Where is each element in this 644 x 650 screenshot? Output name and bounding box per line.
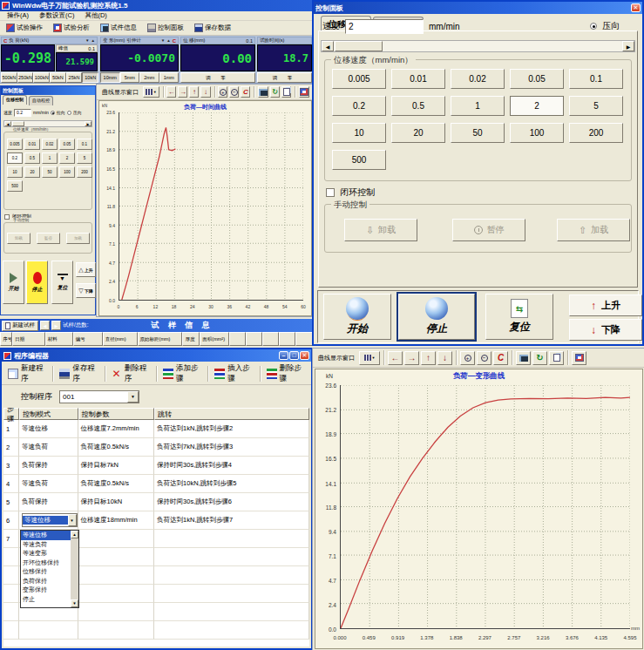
tension-radio[interactable]	[51, 111, 55, 115]
speed-button-50[interactable]: 50	[451, 123, 505, 143]
start-button[interactable]: 开始	[3, 261, 24, 304]
speed-button-2[interactable]: 2	[59, 152, 75, 164]
dropdown-item[interactable]: 等速变形	[21, 549, 71, 559]
speed-button-20[interactable]: 20	[391, 123, 445, 143]
stop-button[interactable]: 停止	[398, 294, 475, 340]
zoom-in-button[interactable]: +	[460, 351, 475, 365]
range-button-1mm[interactable]: 1mm	[159, 72, 180, 83]
up-button[interactable]: △ 上升	[76, 262, 96, 277]
prev-sample-button[interactable]: ◀	[40, 321, 50, 330]
report-button[interactable]	[572, 351, 586, 365]
table-row[interactable]: 6等速位移▼位移速度18mm/min负荷达到1kN,跳转到步骤7	[3, 511, 309, 530]
closed-loop-checkbox[interactable]	[326, 188, 335, 197]
pan-down-button[interactable]: ↓	[200, 86, 210, 98]
scroll-right-icon[interactable]: ▶	[85, 121, 92, 126]
compression-radio[interactable]	[67, 111, 71, 115]
pan-left-button[interactable]: ←	[388, 351, 403, 365]
refresh-button[interactable]: C	[241, 86, 250, 98]
table-row[interactable]	[3, 621, 309, 640]
close-icon[interactable]: ✕	[631, 3, 641, 12]
zoom-out-button[interactable]: −	[229, 86, 239, 98]
displacement-zero-button[interactable]: 调 零	[180, 72, 255, 83]
next-sample-button[interactable]: ▶	[51, 321, 61, 330]
pan-down-button[interactable]: ↓	[437, 351, 452, 365]
editor-toolbar-button-4[interactable]: 插入步骤	[211, 364, 256, 383]
monitor-button[interactable]	[258, 86, 268, 98]
toolbar-button-3[interactable]: 控制面板	[143, 22, 188, 34]
minimize-icon[interactable]: –	[279, 351, 288, 360]
range-button-2mm[interactable]: 2mm	[139, 72, 159, 83]
speed-button-0.01[interactable]: 0.01	[391, 69, 445, 89]
reset-button[interactable]: ▼ 复位	[51, 261, 73, 304]
chevron-up-icon[interactable]: ▲	[166, 38, 170, 43]
speed-button-1[interactable]: 1	[451, 96, 505, 116]
speed-button-10[interactable]: 10	[332, 123, 386, 143]
speed-button-100[interactable]: 100	[510, 123, 564, 143]
close-icon[interactable]: ✕	[300, 351, 309, 360]
maximize-icon[interactable]: □	[289, 351, 299, 360]
unload-button[interactable]: ⇩ 卸载	[344, 219, 417, 241]
scroll-up-icon[interactable]: ▲	[71, 531, 78, 538]
chevron-down-icon[interactable]: ▼	[161, 38, 165, 43]
dropdown-item[interactable]: 等速负荷	[21, 540, 71, 550]
scroll-left-icon[interactable]: ◀	[322, 41, 334, 51]
speed-button-20[interactable]: 20	[24, 166, 40, 178]
scroll-left-icon[interactable]: ◀	[4, 121, 11, 126]
speed-button-5[interactable]: 5	[77, 152, 92, 164]
dropdown-scrollbar[interactable]: ▲▼	[71, 531, 78, 607]
load-button[interactable]: ⇧ 加载	[557, 219, 630, 241]
speed-button-0.2[interactable]: 0.2	[332, 96, 386, 116]
editor-toolbar-button-2[interactable]: ✕删除程序	[108, 364, 153, 383]
range-button-25kN[interactable]: 25kN	[66, 72, 83, 83]
speed-button-0.2[interactable]: 0.2	[7, 152, 23, 164]
copy-button[interactable]	[549, 351, 564, 365]
table-row[interactable]: 1等速位移位移速度7.2mm/min负荷达到1kN,跳转到步骤2	[3, 420, 309, 438]
pan-right-button[interactable]: →	[178, 86, 187, 98]
speed-button-0.05[interactable]: 0.05	[59, 139, 75, 150]
mini-speed-scrollbar[interactable]: ◀ ▶	[3, 120, 92, 127]
redraw-button[interactable]: ↻	[532, 351, 547, 365]
table-row[interactable]: 5负荷保持保持目标10kN保持时间30s,跳转到步骤6	[3, 493, 309, 511]
speed-button-0.05[interactable]: 0.05	[510, 69, 564, 89]
speed-input[interactable]: 2	[345, 19, 424, 34]
dropdown-item[interactable]: 负荷保持	[21, 577, 71, 586]
editor-toolbar-button-1[interactable]: 保存程序	[56, 364, 101, 383]
dropdown-item[interactable]: 等速位移	[21, 531, 71, 540]
editor-toolbar-button-3[interactable]: 添加步骤	[159, 364, 205, 383]
range-button-10mm[interactable]: 10mm	[100, 72, 120, 83]
chevron-up-icon[interactable]: ▲	[92, 38, 95, 43]
speed-button-0.02[interactable]: 0.02	[451, 69, 505, 89]
range-button-500kN[interactable]: 500kN	[1, 72, 17, 83]
toolbar-button-4[interactable]: 保存数据	[190, 22, 235, 34]
speed-button-10[interactable]: 10	[7, 166, 23, 178]
up-button[interactable]: ↑ 上升	[569, 295, 642, 316]
pan-up-button[interactable]: ↑	[189, 86, 199, 98]
speed-button-0.005[interactable]: 0.005	[332, 69, 386, 89]
scroll-right-icon[interactable]: ▶	[622, 41, 634, 51]
program-select[interactable]: 001 ▼	[59, 390, 139, 403]
scroll-thumb[interactable]	[12, 121, 24, 126]
dropdown-item[interactable]: 开环位移保持	[21, 559, 71, 568]
mode-combobox[interactable]: 等速位移▼	[22, 513, 78, 527]
chevron-down-icon[interactable]: ▼	[68, 514, 77, 526]
range-button-10kN[interactable]: 10kN	[82, 72, 98, 83]
load-clear-icon[interactable]: C	[3, 38, 7, 44]
speed-button-0.1[interactable]: 0.1	[77, 139, 92, 150]
chevron-down-icon[interactable]: ▼	[127, 391, 139, 403]
menu-item-1[interactable]: 参数设置(C)	[35, 11, 78, 20]
report-button[interactable]	[299, 86, 309, 98]
tab-1[interactable]: 自动程控	[29, 96, 53, 105]
editor-toolbar-button-5[interactable]: 删除步骤	[263, 364, 308, 383]
layout-dropdown-button[interactable]: ▼	[359, 351, 380, 365]
monitor-button[interactable]	[516, 351, 531, 365]
speed-button-5[interactable]: 5	[569, 96, 623, 116]
tab-0[interactable]: 位移控制	[3, 95, 27, 105]
load-button[interactable]: 加载	[66, 233, 90, 244]
time-zero-button[interactable]: 调 零	[257, 72, 312, 83]
speed-button-2[interactable]: 2	[510, 96, 564, 116]
toolbar-button-1[interactable]: 试验分析	[49, 22, 94, 34]
pan-right-button[interactable]: →	[404, 351, 419, 365]
speed-input[interactable]: 0.2	[14, 109, 31, 117]
menu-item-0[interactable]: 操作(A)	[3, 11, 33, 20]
down-button[interactable]: ↓ 下降	[569, 319, 642, 341]
